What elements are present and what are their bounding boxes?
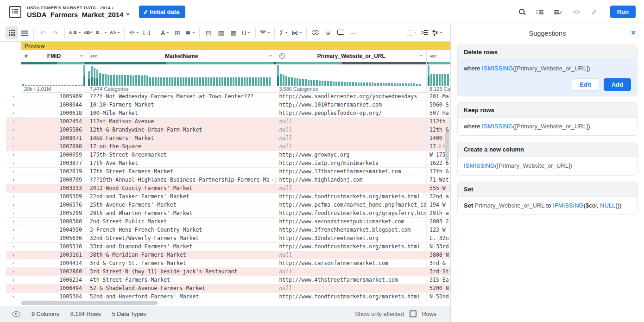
aggregate-button[interactable]: Σ bbox=[278, 26, 290, 39]
cell-marketname[interactable]: 112st·Madison·Avenue bbox=[87, 118, 276, 126]
cell-street[interactable]: 2003·2 bbox=[426, 218, 450, 226]
cell-fmid[interactable]: 1000709 bbox=[21, 176, 87, 184]
row-gutter[interactable] bbox=[6, 109, 21, 118]
cell-url[interactable]: http://www.4thstreetfarmersmarket.com bbox=[276, 276, 426, 284]
row-gutter[interactable] bbox=[6, 168, 21, 176]
cell-url[interactable]: http://www.iatp.org/minimarkets bbox=[276, 159, 426, 168]
cell-url[interactable]: null bbox=[276, 268, 426, 276]
suggestion-card[interactable]: SetSet Primary_Website_or_URL to IFMISSI… bbox=[457, 182, 638, 215]
cell-street[interactable]: 17th·& bbox=[426, 168, 450, 176]
unpivot-button[interactable]: ▥ bbox=[215, 26, 227, 39]
cell-marketname[interactable]: 175th·Street·Greenmarket bbox=[87, 151, 276, 159]
cell-marketname[interactable]: 52·&·Shadeland·Avenue·Farmers·Market bbox=[87, 284, 276, 293]
cell-fmid[interactable]: 1005309 bbox=[21, 193, 87, 201]
column-header-MarketName[interactable]: ABCMarketName bbox=[87, 50, 276, 62]
cell-street[interactable]: 315·Ea bbox=[426, 276, 450, 284]
row-gutter[interactable] bbox=[6, 234, 21, 243]
cell-fmid[interactable]: 1005304 bbox=[21, 293, 87, 301]
steps-check-icon[interactable] bbox=[553, 7, 563, 17]
undo-button[interactable]: ↶ bbox=[37, 26, 49, 39]
column-menu-icon[interactable] bbox=[420, 55, 423, 57]
vertical-scrollbar[interactable] bbox=[445, 132, 449, 161]
row-gutter[interactable] bbox=[6, 259, 21, 268]
row-gutter[interactable] bbox=[6, 176, 21, 184]
column-header-Primary_Website_or_URL[interactable]: Primary_Website_or_URL bbox=[276, 50, 426, 62]
cell-street[interactable]: 29th·a bbox=[426, 209, 450, 218]
number-format-button[interactable]: A½ bbox=[108, 26, 121, 39]
suggestion-expression[interactable]: ISMISSING([Primary_Website_or_URL]) bbox=[458, 157, 637, 175]
cell-marketname[interactable]: 100-Mile·Market bbox=[87, 109, 276, 118]
cell-street[interactable]: N·33rd bbox=[426, 243, 450, 251]
cell-url[interactable]: null bbox=[276, 251, 426, 259]
cell-url[interactable]: http://www.peoplesfoodco-op.org/ bbox=[276, 109, 426, 118]
more-button[interactable]: ⋯ bbox=[347, 26, 360, 39]
horizontal-scrollbar[interactable] bbox=[21, 301, 158, 305]
row-gutter[interactable] bbox=[6, 193, 21, 201]
cell-url[interactable]: http://www.17thstreetfarmersmarket.com bbox=[276, 168, 426, 176]
recipe-list-icon[interactable] bbox=[535, 7, 545, 17]
row-gutter[interactable] bbox=[6, 151, 21, 159]
expand-button[interactable]: [↔] bbox=[140, 26, 153, 39]
row-gutter[interactable] bbox=[6, 143, 21, 151]
cell-fmid[interactable]: 1004414 bbox=[21, 259, 87, 268]
row-gutter[interactable] bbox=[6, 243, 21, 251]
cell-street[interactable]: 71·Wat bbox=[426, 176, 450, 184]
cell-street[interactable]: 123·W bbox=[426, 226, 450, 234]
redo-button[interactable]: ↷ bbox=[49, 26, 62, 39]
suggestion-card[interactable]: Keep rowswhere ISMISSING([Primary_Websit… bbox=[457, 102, 638, 136]
row-gutter[interactable] bbox=[6, 134, 21, 143]
cell-street[interactable]: E.·32n bbox=[426, 234, 450, 243]
suggestion-card[interactable]: Delete rowswhere ISMISSING([Primary_Webs… bbox=[457, 44, 638, 96]
row-gutter[interactable] bbox=[6, 93, 21, 101]
cell-url[interactable]: null bbox=[276, 284, 426, 293]
cell-fmid[interactable]: 1003877 bbox=[21, 159, 87, 168]
row-gutter[interactable] bbox=[6, 218, 21, 226]
cell-url[interactable]: http;//www.grownyc.org bbox=[276, 151, 426, 159]
cell-marketname[interactable]: 17th·Ave·Market bbox=[87, 159, 276, 168]
cell-fmid[interactable]: 1005299 bbox=[21, 209, 87, 218]
cell-marketname[interactable]: 52nd·and·Haverford·Farmers'·Market bbox=[87, 293, 276, 301]
column-menu-icon[interactable] bbox=[269, 55, 272, 57]
cell-url[interactable]: http://www.sandlercenter.org/ynotwednesd… bbox=[276, 93, 426, 101]
cell-street[interactable]: 112th bbox=[426, 118, 450, 126]
row-gutter[interactable] bbox=[6, 184, 21, 193]
cell-url[interactable]: http://www.foodtrustmarkets.org/markets.… bbox=[276, 193, 426, 201]
cell-fmid[interactable]: 1005586 bbox=[21, 126, 87, 134]
filter-rows-button[interactable] bbox=[259, 26, 271, 39]
cell-fmid[interactable]: 1006576 bbox=[21, 201, 87, 209]
standardize-button[interactable]: A↓B bbox=[68, 26, 82, 39]
cell-url[interactable]: http://www.foodtrustmarkets.org/graysfer… bbox=[276, 209, 426, 218]
row-gutter[interactable] bbox=[6, 276, 21, 284]
cell-marketname[interactable]: 2nd·Street·Public·Market bbox=[87, 218, 276, 226]
rows-count[interactable]: 8,184 Rows bbox=[70, 311, 101, 317]
cell-fmid[interactable]: 1005636 bbox=[21, 234, 87, 243]
cell-fmid[interactable]: 1005969 bbox=[21, 93, 87, 101]
cell-fmid[interactable]: 1000380 bbox=[21, 218, 87, 226]
cell-url[interactable]: null bbox=[276, 126, 426, 134]
cell-marketname[interactable]: 38th·&·Meridian·Farmers·Market bbox=[87, 251, 276, 259]
row-gutter[interactable] bbox=[6, 101, 21, 109]
cell-fmid[interactable]: 1000059 bbox=[21, 151, 87, 159]
close-icon[interactable]: × bbox=[631, 28, 636, 38]
selection-button[interactable] bbox=[405, 26, 418, 39]
cell-marketname[interactable]: 14&U·Farmers'·Market bbox=[87, 134, 276, 143]
initial-data-button[interactable]: Initial data bbox=[139, 6, 185, 18]
row-gutter[interactable] bbox=[6, 268, 21, 276]
validate-button[interactable]: AB✓ bbox=[82, 26, 95, 39]
title-dropdown-icon[interactable] bbox=[126, 13, 130, 16]
cell-fmid[interactable]: 1000618 bbox=[21, 109, 87, 118]
row-gutter[interactable] bbox=[6, 126, 21, 134]
extract-button[interactable]: ⊞ bbox=[171, 26, 184, 39]
cell-marketname[interactable]: 17th·Street·Farmers·Market bbox=[87, 168, 276, 176]
row-gutter[interactable] bbox=[6, 293, 21, 301]
view-options-button[interactable] bbox=[430, 26, 444, 39]
cell-fmid[interactable]: 1002860 bbox=[21, 268, 87, 276]
suggestion-expression[interactable]: where ISMISSING([Primary_Website_or_URL]… bbox=[458, 60, 637, 96]
cell-marketname[interactable]: 32nd·Street/Waverly·Farmers·Market bbox=[87, 234, 276, 243]
cell-marketname[interactable]: 33rd·and·Diamond·Farmers'·Market bbox=[87, 243, 276, 251]
datatypes-count[interactable]: 5 Data Types bbox=[112, 311, 146, 317]
cell-street[interactable]: 5200·N bbox=[426, 284, 450, 293]
run-button[interactable]: Run bbox=[610, 6, 636, 18]
transpose-button[interactable]: ▦ bbox=[227, 26, 240, 39]
row-gutter[interactable] bbox=[6, 201, 21, 209]
